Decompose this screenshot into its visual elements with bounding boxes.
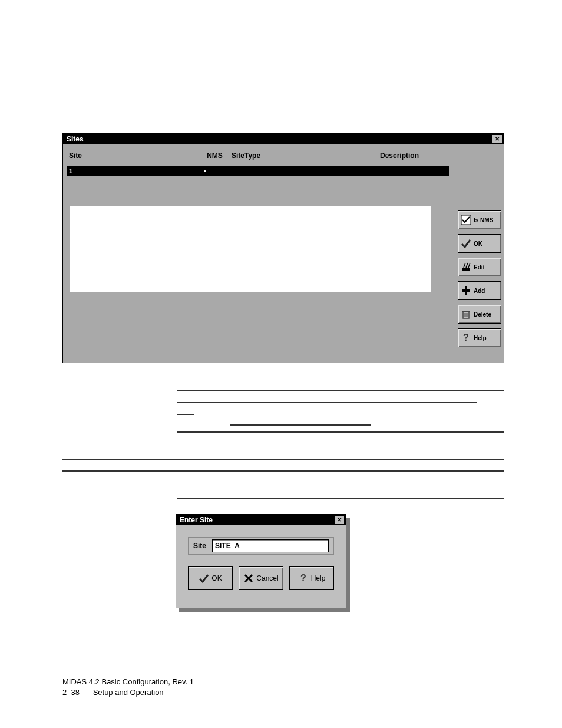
table-row[interactable]: 1 • [67,166,449,176]
help-label: Help [474,335,487,341]
trash-icon [461,309,471,319]
col-description: Description [349,151,449,160]
cell-site: 1 [67,167,201,174]
divider [177,414,194,415]
enter-site-titlebar: Enter Site ✕ [176,515,346,525]
delete-button[interactable]: Delete [458,305,501,324]
edit-label: Edit [474,264,485,271]
divider [62,459,504,460]
ok-label: OK [211,574,222,582]
sites-title: Sites [67,135,84,143]
sites-column-headers: Site NMS SiteType Description [67,149,449,162]
cancel-button[interactable]: Cancel [239,566,283,590]
enter-site-title: Enter Site [180,516,213,524]
sites-window: Sites ✕ Site NMS SiteType Description 1 … [62,133,504,363]
col-site: Site [67,151,201,160]
help-button[interactable]: ? Help [458,328,501,347]
divider [177,431,504,433]
divider [62,470,504,472]
divider [177,498,504,499]
divider [177,402,477,403]
site-input-value: SITE_A [215,542,240,550]
close-icon[interactable]: ✕ [492,134,503,144]
plus-icon [461,285,471,296]
footer-line1: MIDAS 4.2 Basic Configuration, Rev. 1 [62,677,194,687]
enter-site-window: Enter Site ✕ Site SITE_A OK [176,514,346,608]
enter-site-row: Site SITE_A [188,537,334,555]
ok-label: OK [474,241,482,247]
add-button[interactable]: Add [458,281,501,300]
add-label: Add [474,288,485,294]
enter-site-buttons: OK Cancel ? Help [188,566,334,590]
sites-list-area [70,206,431,292]
delete-label: Delete [474,311,491,318]
help-button[interactable]: ? Help [289,566,334,590]
x-icon [243,573,254,584]
svg-text:?: ? [300,573,306,583]
svg-rect-3 [462,289,470,292]
page-footer: MIDAS 4.2 Basic Configuration, Rev. 1 2–… [62,677,194,697]
question-icon: ? [298,573,309,584]
check-icon [461,238,471,249]
divider [177,390,504,391]
svg-rect-1 [462,268,470,271]
footer-section: Setup and Operation [93,688,164,697]
ok-button[interactable]: OK [458,234,501,253]
help-label: Help [311,574,326,582]
edit-button[interactable]: Edit [458,258,501,276]
site-label: Site [193,542,206,550]
cell-nms: • [201,167,230,174]
footer-page: 2–38 [62,687,91,698]
col-sitetype: SiteType [228,151,349,160]
checkbox-icon [461,215,471,225]
is-nms-button[interactable]: Is NMS [458,210,501,229]
svg-rect-5 [462,311,470,312]
cancel-label: Cancel [256,574,278,582]
question-icon: ? [461,332,471,343]
ok-button[interactable]: OK [188,566,233,590]
site-input[interactable]: SITE_A [212,539,329,552]
sites-side-buttons: Is NMS OK Edit [458,210,501,347]
sites-titlebar: Sites ✕ [63,134,504,144]
close-icon[interactable]: ✕ [334,515,345,525]
svg-text:?: ? [463,332,469,342]
pencil-cup-icon [461,262,471,272]
check-icon [199,573,209,584]
is-nms-label: Is NMS [474,217,493,223]
divider [230,424,371,426]
col-nms: NMS [201,151,228,160]
